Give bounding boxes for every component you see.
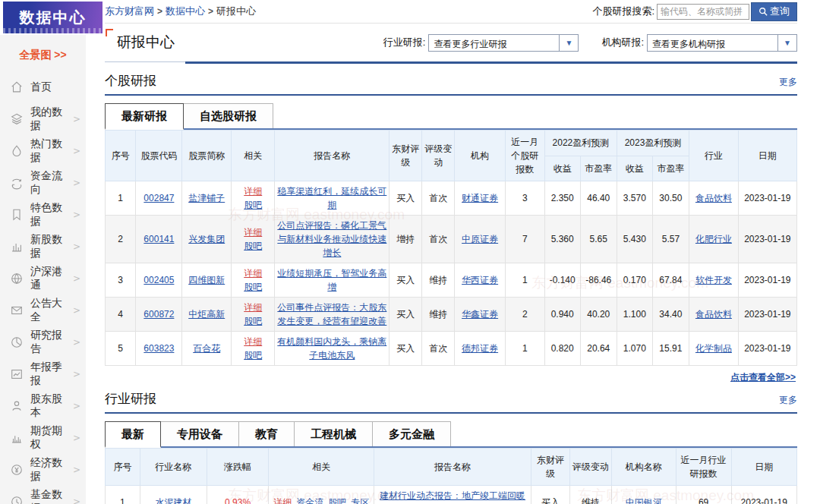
sidebar-item-资金流向[interactable]: 资金流向> xyxy=(0,167,86,199)
org-select-value: 查看更多机构研报 xyxy=(648,35,777,51)
stock-report-search: 个股研报搜索: 查询 xyxy=(592,2,797,21)
cell-em-rating: 买入 xyxy=(531,486,569,504)
org-link[interactable]: 财通证券 xyxy=(462,193,498,203)
report-title-link[interactable]: 公司事件点评报告：大股东发生变更，经营有望迎改善 xyxy=(277,302,386,326)
report-title-link[interactable]: 建材行业动态报告：地产竣工端回暖提升行业需求 xyxy=(380,490,525,504)
cell-change-pct: 0.93% xyxy=(207,486,268,504)
tab-教育[interactable]: 教育 xyxy=(238,421,295,446)
col-industry-name: 行业名称 xyxy=(140,449,207,486)
stock-name-link[interactable]: 四维图新 xyxy=(188,275,225,285)
stock-name-link[interactable]: 百合花 xyxy=(193,343,220,354)
panorama-link[interactable]: 全景图 >> xyxy=(0,41,86,71)
related-link-详细[interactable]: 详细 xyxy=(244,268,262,279)
industry-link[interactable]: 化学制品 xyxy=(695,343,732,354)
related-link-详细[interactable]: 详细 xyxy=(244,227,262,238)
report-title-link[interactable]: 稳享渠道红利，延续成长可期 xyxy=(277,186,386,210)
col-org-name: 机构名称 xyxy=(611,449,676,486)
stock-name-link[interactable]: 中炬高新 xyxy=(188,309,225,320)
col-change-pct: 涨跌幅 xyxy=(207,449,268,486)
search-button[interactable]: 查询 xyxy=(751,2,797,21)
related-link-专区[interactable]: 专区 xyxy=(351,497,369,504)
related-link-详细[interactable]: 详细 xyxy=(244,336,262,347)
sidebar-item-期货期权[interactable]: 期货期权> xyxy=(0,422,86,454)
industry-more-link[interactable]: 更多 xyxy=(779,394,797,407)
related-link-详细[interactable]: 详细 xyxy=(273,497,292,504)
breadcrumb-item[interactable]: 东方财富网 xyxy=(105,5,154,17)
cell-pe-2023: 30.50 xyxy=(652,181,689,216)
org-link[interactable]: 华鑫证券 xyxy=(462,309,498,320)
industry-link[interactable]: 食品饮料 xyxy=(695,193,732,203)
stock-name-link[interactable]: 盐津铺子 xyxy=(188,193,225,203)
view-all-link[interactable]: 点击查看全部>> xyxy=(730,372,796,383)
related-link-股吧[interactable]: 股吧 xyxy=(244,350,262,361)
page-title: 研报中心 xyxy=(117,33,175,52)
stock-code-link[interactable]: 600872 xyxy=(144,309,174,320)
col-count: 近一月个股研报数 xyxy=(505,131,544,181)
cell-pe-2023: 5.57 xyxy=(652,216,689,263)
stock-code-link[interactable]: 603823 xyxy=(144,343,174,354)
related-link-股吧[interactable]: 股吧 xyxy=(328,497,346,504)
sidebar-item-年报季报[interactable]: 年报季报> xyxy=(0,358,86,390)
change-pct-value: 0.93% xyxy=(225,497,251,504)
related-link-股吧[interactable]: 股吧 xyxy=(244,316,262,326)
report-title-link[interactable]: 公司点评报告：磷化工景气与新材料业务推动业绩快速增长 xyxy=(277,220,386,258)
org-link[interactable]: 中国银河 xyxy=(626,497,662,504)
chevron-right-icon: > xyxy=(73,305,80,316)
org-link[interactable]: 德邦证券 xyxy=(462,343,498,354)
chevron-down-icon: ▼ xyxy=(559,35,578,51)
related-link-股吧[interactable]: 股吧 xyxy=(244,282,262,292)
cell-no: 3 xyxy=(106,263,136,298)
related-link-股吧[interactable]: 股吧 xyxy=(244,200,262,210)
industry-link[interactable]: 化肥行业 xyxy=(695,234,732,244)
tab-最新[interactable]: 最新 xyxy=(105,421,161,448)
cell-rating-change: 首次 xyxy=(422,181,455,216)
stock-code-link[interactable]: 002405 xyxy=(144,275,174,285)
breadcrumb-item[interactable]: 数据中心 xyxy=(166,5,205,17)
tab-工程机械[interactable]: 工程机械 xyxy=(294,421,373,446)
sidebar-item-label: 年报季报 xyxy=(30,361,73,388)
industry-section-title: 行业研报 xyxy=(105,390,156,408)
related-link-详细[interactable]: 详细 xyxy=(244,302,262,313)
sidebar-item-股东股本[interactable]: 股东股本> xyxy=(0,390,86,422)
related-link-资金流[interactable]: 资金流 xyxy=(296,497,323,504)
cell-org: 华鑫证券 xyxy=(455,298,505,332)
sidebar-item-沪深港通[interactable]: 沪深港通> xyxy=(0,263,86,295)
cell-report-title: 稳享渠道红利，延续成长可期 xyxy=(275,181,390,216)
tab-多元金融[interactable]: 多元金融 xyxy=(372,421,451,446)
sidebar-item-特色数据[interactable]: 特色数据> xyxy=(0,199,86,231)
sidebar-item-基金数据[interactable]: 基金数据> xyxy=(0,486,86,504)
sidebar-item-热门数据[interactable]: 热门数据> xyxy=(0,135,86,167)
stock-code-link[interactable]: 002847 xyxy=(144,193,174,203)
industry-link[interactable]: 软件开发 xyxy=(695,275,732,285)
org-link[interactable]: 中原证券 xyxy=(462,234,498,244)
org-report-select[interactable]: 查看更多机构研报 ▼ xyxy=(647,34,797,52)
industry-name-link[interactable]: 水泥建材 xyxy=(155,497,191,504)
sidebar-item-研究报告[interactable]: 研究报告> xyxy=(0,326,86,358)
report-title-link[interactable]: 有机颜料国内龙头，乘钠离子电池东风 xyxy=(277,336,386,361)
industry-link[interactable]: 食品饮料 xyxy=(695,309,732,320)
cell-eps-2023: 5.430 xyxy=(617,216,652,263)
tab-最新研报[interactable]: 最新研报 xyxy=(105,103,184,130)
sidebar-item-公告大全[interactable]: 公告大全> xyxy=(0,295,86,326)
hot-data-icon xyxy=(10,144,24,158)
tab-专用设备[interactable]: 专用设备 xyxy=(160,421,239,446)
cell-report-title: 公司事件点评报告：大股东发生变更，经营有望迎改善 xyxy=(275,298,390,332)
fund-data-icon xyxy=(10,495,24,504)
sidebar-item-新股数据[interactable]: 新股数据> xyxy=(0,231,86,263)
sidebar-item-我的数据[interactable]: 我的数据> xyxy=(0,103,86,135)
stock-name-link[interactable]: 兴发集团 xyxy=(188,234,225,244)
tab-自选股研报[interactable]: 自选股研报 xyxy=(183,103,273,128)
org-link[interactable]: 华西证券 xyxy=(462,275,498,285)
search-input[interactable] xyxy=(657,4,749,20)
related-link-股吧[interactable]: 股吧 xyxy=(244,241,262,251)
sidebar-item-首页[interactable]: 首页 xyxy=(0,71,86,103)
corner-bracket-icon xyxy=(106,29,113,36)
cell-org: 中国银河 xyxy=(611,486,676,504)
stock-more-link[interactable]: 更多 xyxy=(779,76,797,89)
industry-report-select[interactable]: 查看更多行业研报 ▼ xyxy=(428,34,579,52)
cell-related: 详细股吧 xyxy=(232,181,275,216)
report-title-link[interactable]: 业绩短期承压，智驾业务高增 xyxy=(277,268,386,292)
sidebar-item-经济数据[interactable]: 经济数据> xyxy=(0,454,86,486)
related-link-详细[interactable]: 详细 xyxy=(244,186,262,197)
stock-code-link[interactable]: 600141 xyxy=(144,234,174,244)
